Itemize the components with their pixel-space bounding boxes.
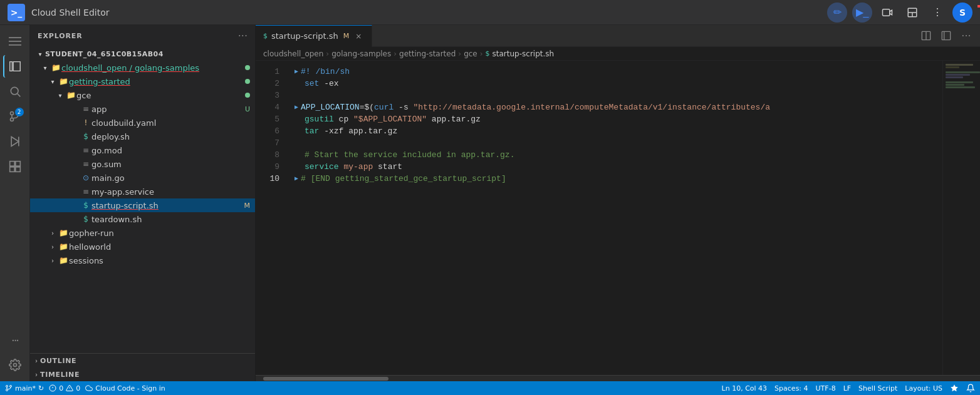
svg-point-26: [10, 386, 12, 387]
cursor-position-status[interactable]: Ln 10, Col 43: [722, 384, 768, 392]
more-editor-actions[interactable]: ···: [957, 27, 975, 44]
sidebar-bottom: › OUTLINE › TIMELINE: [30, 353, 255, 381]
code-line: ▶ #! /bin/sh: [295, 66, 942, 78]
horizontal-scrollbar[interactable]: [256, 375, 980, 381]
activity-item-more[interactable]: ···: [4, 329, 26, 351]
breadcrumb-getting-started[interactable]: getting-started: [399, 49, 456, 58]
list-item[interactable]: ▾ 📁 cloudshell_open / golang-samples: [30, 61, 255, 74]
more-button[interactable]: ⋮: [927, 3, 947, 23]
explorer-more-actions[interactable]: ···: [238, 30, 248, 42]
user-avatar[interactable]: S: [952, 3, 972, 23]
list-item[interactable]: ▾ 📁 gce: [30, 88, 255, 102]
fold-arrow-icon[interactable]: ▶: [295, 173, 298, 185]
source-control-badge: 2: [15, 108, 24, 116]
chevron-down-icon: ▾: [48, 78, 58, 85]
terminal-button[interactable]: ▶_: [852, 3, 872, 23]
folder-icon: 📁: [58, 228, 69, 237]
status-right: Ln 10, Col 43 Spaces: 4 UTF-8 LF Shell S…: [722, 384, 975, 392]
edit-button[interactable]: ✏: [827, 3, 847, 23]
list-item[interactable]: › 📁 gopher-run: [30, 226, 255, 240]
list-item[interactable]: › 📁 sessions: [30, 254, 255, 267]
language-mode-status[interactable]: Shell Script: [858, 384, 897, 392]
cloud-code-status[interactable]: Cloud Code - Sign in: [85, 384, 165, 392]
encoding-label: UTF-8: [816, 384, 836, 392]
svg-rect-0: [883, 9, 890, 16]
activity-item-explorer[interactable]: [3, 55, 26, 78]
breadcrumb-gce[interactable]: gce: [464, 49, 477, 58]
breadcrumb-cloudshell[interactable]: cloudshell_open: [263, 49, 323, 58]
layout-status[interactable]: Layout: US: [905, 384, 942, 392]
svg-rect-16: [15, 162, 20, 167]
svg-marker-32: [951, 384, 958, 391]
status-bar: main* ↻ 0 0 Cloud Code - Sign in Ln 10, …: [0, 381, 980, 395]
breadcrumb-golang-samples[interactable]: golang-samples: [331, 49, 391, 58]
feedback-button[interactable]: [950, 384, 959, 392]
file-dollar-icon: $: [80, 215, 91, 223]
list-item[interactable]: › 📁 helloworld: [30, 240, 255, 254]
scrollbar-thumb[interactable]: [263, 377, 388, 381]
activity-item-search[interactable]: [4, 80, 26, 103]
video-button[interactable]: [877, 3, 897, 23]
file-label: cloudbuild.yaml: [91, 118, 255, 128]
root-label: STUDENT_04_651C0B15AB04: [45, 50, 255, 58]
code-line: gsutil cp "$APP_LOCATION" app.tar.gz: [295, 113, 942, 125]
toggle-sidebar-button[interactable]: [937, 27, 955, 44]
branch-name: main*: [15, 384, 36, 392]
activity-item-run[interactable]: [4, 130, 26, 153]
split-editor-button[interactable]: [917, 27, 935, 44]
tab-bar: $ startup-script.sh M × ···: [256, 25, 980, 47]
code-content-area[interactable]: ▶ #! /bin/sh set -ex ▶ APP_LOCATION=$(cu…: [287, 61, 942, 375]
tree-root[interactable]: ▾ STUDENT_04_651C0B15AB04: [30, 47, 255, 61]
file-label: cloudshell_open / golang-samples: [61, 63, 245, 73]
line-ending-status[interactable]: LF: [843, 384, 851, 392]
list-item[interactable]: ▾ $ teardown.sh: [30, 212, 255, 226]
timeline-chevron-icon: ›: [35, 371, 38, 378]
explorer-header: EXPLORER ···: [30, 25, 255, 47]
list-item[interactable]: ▾ ! cloudbuild.yaml: [30, 116, 255, 130]
activity-item-settings[interactable]: [4, 354, 26, 376]
list-item[interactable]: ▾ ≡ go.mod: [30, 143, 255, 157]
line-num: 3: [256, 90, 279, 101]
main-layout: 2 ··· EXPLORER ··· ▾ STUDENT_04_651C0B15…: [0, 25, 980, 381]
errors-warnings-status[interactable]: 0 0: [49, 384, 80, 392]
layout-button[interactable]: [902, 3, 922, 23]
app-title: Cloud Shell Editor: [31, 8, 109, 18]
list-item[interactable]: ▾ ≡ app U: [30, 102, 255, 116]
svg-rect-6: [9, 41, 21, 42]
file-label: helloworld: [69, 242, 255, 252]
list-item[interactable]: ▾ ⊙ main.go: [30, 171, 255, 185]
file-label: deploy.sh: [91, 132, 255, 141]
code-line: [295, 90, 942, 101]
folder-icon: 📁: [58, 77, 69, 86]
activity-item-source-control[interactable]: 2: [4, 105, 26, 128]
spaces-label: Spaces: 4: [774, 384, 808, 392]
activity-item-menu[interactable]: [4, 30, 26, 53]
file-tree: ▾ STUDENT_04_651C0B15AB04 ▾ 📁 cloudshell…: [30, 47, 255, 353]
tab-filename: startup-script.sh: [271, 31, 338, 41]
timeline-section-header[interactable]: › TIMELINE: [30, 367, 255, 381]
editor-tab-startup-script[interactable]: $ startup-script.sh M ×: [256, 25, 372, 47]
list-item[interactable]: ▾ 📁 getting-started: [30, 74, 255, 88]
line-num: 8: [256, 149, 279, 161]
file-plain-icon: ≡: [80, 105, 91, 113]
list-item[interactable]: ▾ ≡ my-app.service: [30, 185, 255, 198]
list-item[interactable]: ▾ ≡ go.sum: [30, 157, 255, 171]
activity-item-extensions[interactable]: [4, 155, 26, 178]
spaces-status[interactable]: Spaces: 4: [774, 384, 808, 392]
line-num: 2: [256, 78, 279, 90]
line-num: 4: [256, 101, 279, 113]
file-dollar-icon: $: [80, 132, 91, 141]
timeline-label: TIMELINE: [40, 371, 80, 379]
sync-icon: ↻: [38, 384, 44, 392]
fold-arrow-icon[interactable]: ▶: [295, 66, 298, 78]
list-item[interactable]: ▾ $ startup-script.sh M: [30, 198, 255, 212]
tab-close-button[interactable]: ×: [353, 31, 364, 42]
list-item[interactable]: ▾ $ deploy.sh: [30, 130, 255, 143]
git-branch-status[interactable]: main* ↻: [5, 384, 44, 392]
breadcrumb-file[interactable]: $ startup-script.sh: [486, 49, 555, 58]
svg-point-10: [10, 118, 13, 121]
encoding-status[interactable]: UTF-8: [816, 384, 836, 392]
notification-button[interactable]: [966, 384, 975, 392]
fold-arrow-icon[interactable]: ▶: [295, 101, 298, 113]
outline-section-header[interactable]: › OUTLINE: [30, 354, 255, 367]
